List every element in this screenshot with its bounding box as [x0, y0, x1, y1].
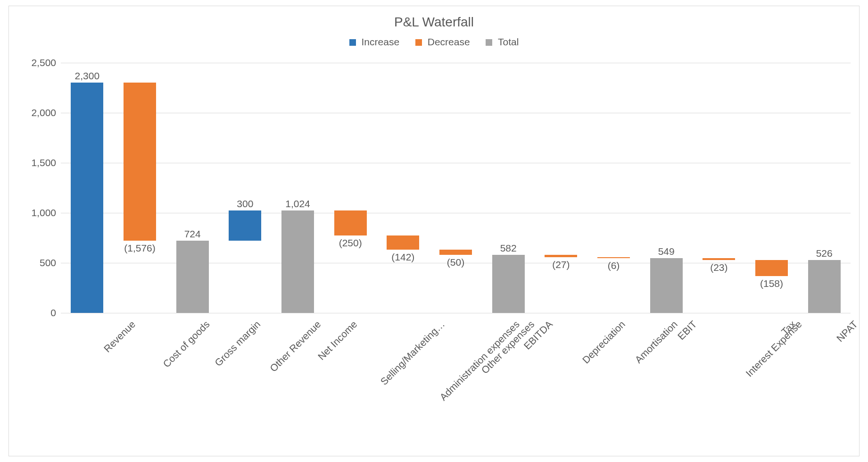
gridline	[61, 113, 851, 113]
waterfall-bar	[808, 260, 841, 313]
x-axis: RevenueCost of goodsGross marginOther Re…	[61, 315, 851, 456]
legend-swatch-decrease	[415, 39, 422, 46]
gridline	[61, 313, 851, 313]
waterfall-bar	[176, 241, 209, 313]
legend: Increase Decrease Total	[9, 36, 859, 48]
chart-title: P&L Waterfall	[9, 15, 859, 30]
legend-label-decrease: Decrease	[428, 36, 470, 47]
waterfall-bar	[545, 255, 577, 258]
data-label: (1,576)	[124, 243, 156, 254]
legend-label-increase: Increase	[362, 36, 400, 47]
data-label: (142)	[391, 252, 414, 263]
plot-area: 05001,0001,5002,0002,5002,300(1,576)7243…	[61, 63, 851, 313]
legend-item-increase: Increase	[349, 36, 399, 48]
data-label: 2,300	[75, 70, 100, 82]
gridline	[61, 163, 851, 163]
gridline	[61, 63, 851, 63]
waterfall-bar	[71, 83, 103, 313]
waterfall-bar	[755, 260, 788, 276]
gridline	[61, 213, 851, 213]
waterfall-bar	[650, 258, 683, 313]
waterfall-bar	[492, 255, 525, 313]
x-tick-label: Revenue	[101, 319, 137, 354]
x-tick-label: Selling/Marketing…	[378, 319, 447, 387]
legend-swatch-total	[486, 39, 492, 46]
data-label: 582	[500, 243, 517, 254]
x-tick-label: Gross margin	[213, 319, 263, 369]
data-label: (250)	[339, 237, 362, 249]
waterfall-bar	[229, 210, 261, 241]
x-tick-label: EBIT	[676, 319, 699, 342]
chart-frame: P&L Waterfall Increase Decrease Total 05…	[8, 6, 860, 456]
data-label: (23)	[710, 262, 727, 273]
x-tick-label: Depreciation	[580, 319, 627, 366]
data-label: 300	[237, 198, 253, 210]
data-label: 1,024	[285, 198, 310, 210]
data-label: 549	[658, 246, 675, 257]
legend-swatch-increase	[349, 39, 356, 46]
x-tick-label: Amortisation	[633, 319, 680, 366]
legend-item-total: Total	[486, 36, 519, 48]
waterfall-bar	[387, 235, 419, 250]
data-label: 724	[184, 228, 201, 240]
x-tick-label: NPAT	[835, 319, 860, 344]
legend-item-decrease: Decrease	[415, 36, 470, 48]
x-tick-label: Administration expenses	[438, 319, 522, 403]
data-label: (27)	[552, 259, 570, 270]
waterfall-bar	[334, 210, 367, 235]
waterfall-bar	[703, 258, 735, 260]
legend-label-total: Total	[498, 36, 519, 47]
waterfall-bar	[124, 83, 156, 240]
data-label: (50)	[447, 257, 464, 268]
waterfall-bar	[439, 250, 472, 255]
data-label: (6)	[608, 260, 620, 271]
x-tick-label: Cost of goods	[160, 319, 212, 370]
waterfall-bar	[281, 210, 314, 313]
data-label: (158)	[760, 278, 783, 289]
data-label: 526	[816, 248, 833, 259]
waterfall-bar	[597, 257, 630, 258]
x-tick-label: Other Revenue	[268, 319, 323, 374]
